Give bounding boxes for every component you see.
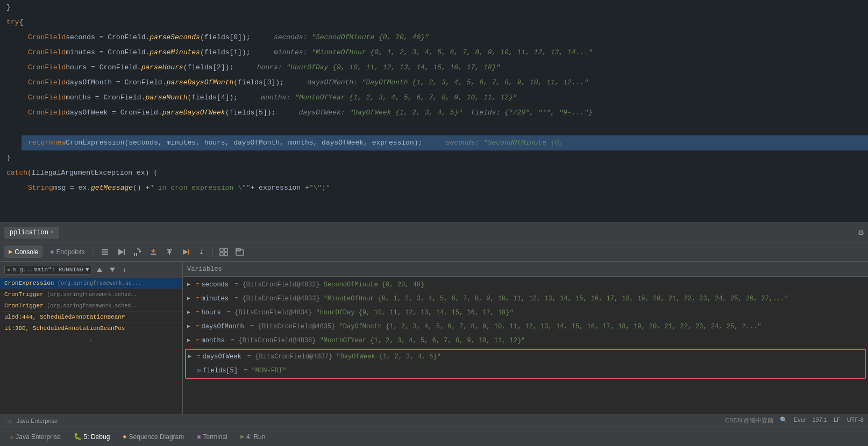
status-left: ing xyxy=(4,418,12,424)
code-line-hours: CronField hours = CronField. parseHours … xyxy=(22,60,868,75)
add-watch-btn[interactable]: + xyxy=(120,264,131,275)
settings-icon[interactable]: ⚙ xyxy=(858,227,864,238)
var-item-daysofweek[interactable]: ▶ = daysOfWeek = {BitsCronField@4837} "D… xyxy=(186,350,865,364)
svg-marker-3 xyxy=(118,249,124,255)
search-icon-status[interactable]: 🔍 xyxy=(780,416,787,425)
variables-header: Variables xyxy=(183,262,868,277)
ever-label: Ever xyxy=(794,416,806,425)
svg-rect-1 xyxy=(102,251,108,253)
evaluate-btn[interactable]: I xyxy=(195,246,208,258)
code-line-catch: catch (IllegalArgumentException ex) { xyxy=(0,166,868,181)
encoding: UTF-8 xyxy=(847,416,864,425)
terminal-label: Terminal xyxy=(203,433,227,441)
thread-selector[interactable]: ● n g...main": RUNNING ▼ xyxy=(4,265,92,275)
highlighted-vars-group: ▶ = daysOfWeek = {BitsCronField@4837} "D… xyxy=(185,349,866,379)
frames-toolbar: ● n g...main": RUNNING ▼ + xyxy=(0,262,182,278)
code-line-msg: String msg = ex. getMessage () + " in cr… xyxy=(22,181,868,196)
svg-rect-6 xyxy=(134,253,135,256)
svg-marker-22 xyxy=(97,268,102,272)
svg-marker-14 xyxy=(183,249,188,255)
frame-item-crontrigger1[interactable]: CronTrigger (org.springframework.sched..… xyxy=(0,289,182,300)
step-into-btn[interactable] xyxy=(147,246,160,258)
terminal-btn[interactable]: ▣ Terminal xyxy=(191,430,233,443)
var-item-fields5[interactable]: ▶ ∞ fields[5] = "MON-FRI" xyxy=(186,364,865,378)
svg-rect-9 xyxy=(153,249,154,251)
code-line-daysofweek: CronField daysOfWeek = CronField. parseD… xyxy=(22,105,868,120)
step-out-btn[interactable] xyxy=(163,246,176,258)
frame-item-crontrigger2[interactable]: CronTrigger (org.springframework.sched..… xyxy=(0,300,182,312)
svg-rect-16 xyxy=(220,248,223,251)
var-item-hours[interactable]: ▶ = hours = {BitsCronField@4834} "HourOf… xyxy=(183,306,868,320)
step-over-btn[interactable] xyxy=(131,246,144,258)
code-line-months: CronField months = CronField. parseMonth… xyxy=(22,90,868,105)
svg-rect-2 xyxy=(102,254,108,255)
code-editor: } try { CronField seconds = CronField. p… xyxy=(0,0,868,223)
infinity-icon: ∞ xyxy=(197,365,201,376)
svg-rect-12 xyxy=(169,253,170,255)
app-toolbar: ☕ Java Enterprise 🐛 5: Debug ◈ Sequence … xyxy=(0,427,868,446)
endpoints-tab-btn[interactable]: ◆ Endpoints xyxy=(46,246,89,258)
var-item-months[interactable]: ▶ = months = {BitsCronField@4836} "Month… xyxy=(183,334,868,348)
svg-rect-4 xyxy=(124,249,125,255)
run-label: 4: Run xyxy=(246,433,265,441)
panel-header: pplication × ⚙ xyxy=(0,223,868,242)
console-label: Console xyxy=(15,248,38,256)
csdn-watermark: CSDN @镜中容颜 xyxy=(725,416,773,425)
console-tab-btn[interactable]: ▶ Console xyxy=(4,246,42,258)
code-line-seconds: CronField seconds = CronField. parseSeco… xyxy=(22,30,868,45)
code-line-brace: } xyxy=(0,0,868,15)
code-line-try: try { xyxy=(0,15,868,30)
toolbar-sep1 xyxy=(94,247,94,257)
thread-label: n g...main": RUNNING xyxy=(12,267,83,273)
svg-rect-17 xyxy=(224,248,227,251)
restore-btn[interactable] xyxy=(233,246,246,258)
code-line-minutes: CronField minutes = CronField. parseMinu… xyxy=(22,45,868,60)
debug-btn[interactable]: 🐛 5: Debug xyxy=(68,430,116,443)
code-line-empty xyxy=(0,120,868,135)
bottom-panel: pplication × ⚙ ▶ Console ◆ Endpoints xyxy=(0,223,868,446)
java-enterprise-label: Java Enterprise xyxy=(16,433,60,441)
var-item-minutes[interactable]: ▶ = minutes = {BitsCronField@4833} "Minu… xyxy=(183,292,868,306)
toolbar-sep2 xyxy=(212,247,213,257)
table-view-btn[interactable] xyxy=(217,246,230,258)
svg-rect-15 xyxy=(188,249,189,255)
code-line-daysofmonth: CronField daysOfMonth = CronField. parse… xyxy=(22,75,868,90)
run-to-cursor-btn[interactable] xyxy=(179,246,192,258)
code-line-return: return new CronExpression(seconds, minut… xyxy=(22,135,868,150)
frame-item-scheduled1[interactable]: uled:444, ScheduledAnnotationBeanP xyxy=(0,312,182,323)
line-ending: LF xyxy=(834,416,841,425)
frame-item-cronexpression[interactable]: CronExpression (org.springframework.sc..… xyxy=(0,278,182,289)
svg-rect-13 xyxy=(167,249,172,250)
svg-rect-7 xyxy=(136,253,137,256)
list-view-btn[interactable] xyxy=(98,246,111,258)
java-enterprise-btn[interactable]: ☕ Java Enterprise xyxy=(4,430,66,443)
frame-item-scheduled2[interactable]: it:380, ScheduledAnnotationBeanPos xyxy=(0,323,182,334)
panel-tab-application[interactable]: pplication × xyxy=(4,227,59,239)
run-btn[interactable]: ▶ 4: Run xyxy=(235,430,271,443)
frame-up-btn[interactable] xyxy=(94,264,105,275)
frame-down-btn[interactable] xyxy=(107,264,118,275)
code-line-close-try: } xyxy=(0,150,868,166)
svg-rect-19 xyxy=(224,253,227,256)
panel-tab-label: pplication xyxy=(10,229,48,236)
app-container: } try { CronField seconds = CronField. p… xyxy=(0,0,868,446)
svg-rect-18 xyxy=(220,253,223,256)
svg-text:+: + xyxy=(123,267,126,273)
debug-toolbar: ▶ Console ◆ Endpoints xyxy=(0,242,868,262)
debug-label: 5: Debug xyxy=(84,433,110,441)
status-bar-right: CSDN @镜中容颜 🔍 Ever 197:1 LF UTF-8 xyxy=(725,416,864,425)
sequence-diagram-label: Sequence Diagram xyxy=(129,433,184,441)
resume-btn[interactable] xyxy=(115,246,127,258)
svg-marker-23 xyxy=(110,268,115,272)
sequence-diagram-btn[interactable]: ◈ Sequence Diagram xyxy=(117,430,189,443)
java-enterprise-status: Java Enterprise xyxy=(17,418,58,424)
status-bar: ing Java Enterprise CSDN @镜中容颜 🔍 Ever 19… xyxy=(0,414,868,427)
svg-rect-10 xyxy=(151,254,156,255)
position-indicator: 197:1 xyxy=(812,416,827,425)
var-item-daysofmonth[interactable]: ▶ = daysOfMonth = {BitsCronField@4835} "… xyxy=(183,320,868,334)
var-item-seconds[interactable]: ▶ = seconds = {BitsCronField@4832} Secon… xyxy=(183,278,868,292)
svg-rect-0 xyxy=(102,249,108,250)
endpoints-label: Endpoints xyxy=(56,248,85,256)
panel-tab-close[interactable]: × xyxy=(51,229,54,235)
